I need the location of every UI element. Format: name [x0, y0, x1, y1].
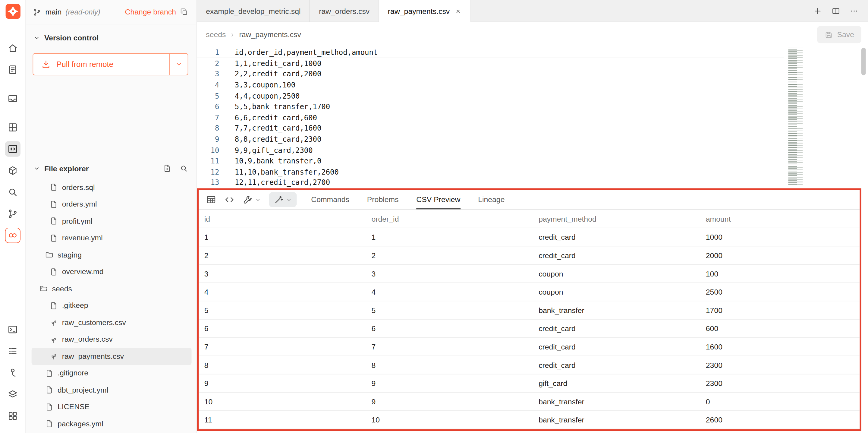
search-icon[interactable] [179, 164, 188, 173]
save-button[interactable]: Save [817, 26, 861, 43]
panel-tabs: CommandsProblemsCSV PreviewLineage [311, 190, 522, 209]
code-editor[interactable]: 1id,order_id,payment_method,amount21,1,c… [197, 47, 784, 189]
code-line[interactable]: 109,9,gift_card,2300 [197, 145, 784, 155]
code-line[interactable]: 1312,11,credit_card,2700 [197, 177, 784, 188]
table-cell: bank_transfer [533, 397, 701, 406]
pull-options-caret[interactable] [169, 54, 188, 75]
table-cell: 9 [366, 379, 533, 387]
pull-from-remote-button[interactable]: Pull from remote [33, 53, 188, 75]
file-icon [45, 369, 54, 377]
code-line[interactable]: 1211,10,bank_transfer,2600 [197, 167, 784, 177]
develop-rail-button[interactable] [5, 141, 21, 156]
editor-tab-example_develop_metric.sql[interactable]: example_develop_metric.sql [197, 0, 310, 22]
table-cell: 2300 [700, 361, 860, 369]
apps-icon [7, 410, 19, 422]
branch-graph-rail-button[interactable] [5, 206, 21, 221]
apps-rail-button[interactable] [5, 408, 21, 424]
file-item-overview.md[interactable]: overview.md [32, 263, 192, 280]
code-line[interactable]: 98,8,credit_card,2300 [197, 134, 784, 145]
file-item-packages.yml[interactable]: packages.yml [32, 415, 192, 432]
split-view-icon[interactable] [832, 7, 840, 16]
file-item-raw_payments.csv[interactable]: raw_payments.csv [32, 348, 192, 365]
git-hook-icon [7, 367, 19, 378]
editor-tab-raw_orders.csv[interactable]: raw_orders.csv [310, 0, 379, 22]
results-table-button[interactable] [206, 195, 216, 205]
editor-tab-raw_payments.csv[interactable]: raw_payments.csv [379, 0, 471, 22]
new-file-icon[interactable] [163, 164, 172, 173]
drawer-icon [7, 93, 19, 104]
code-line[interactable]: 87,7,credit_card,1600 [197, 123, 784, 134]
code-line[interactable]: 21,1,credit_card,1000 [197, 58, 784, 69]
file-label: .gitkeep [62, 301, 88, 310]
file-item-revenue.yml[interactable]: revenue.yml [32, 229, 192, 247]
home-rail-button[interactable] [5, 40, 21, 56]
file-item-dbt_project.yml[interactable]: dbt_project.yml [32, 382, 192, 399]
copy-icon[interactable] [180, 8, 188, 16]
file-explorer-header[interactable]: File explorer [26, 162, 196, 175]
file-item-orders.yml[interactable]: orders.yml [32, 196, 192, 212]
build-button[interactable] [242, 195, 261, 205]
code-icon [224, 195, 235, 205]
file-label: raw_orders.csv [62, 335, 113, 344]
table-cell: 2000 [700, 251, 860, 260]
code-line[interactable]: 76,6,credit_card,600 [197, 112, 784, 123]
file-item-raw_customers.csv[interactable]: raw_customers.csv [32, 314, 192, 331]
table-cell: credit_card [533, 251, 701, 260]
more-icon[interactable] [849, 7, 858, 16]
layers-icon [7, 389, 19, 400]
dbt-logo[interactable] [5, 4, 20, 19]
code-line[interactable]: 32,2,credit_card,2000 [197, 69, 784, 80]
chevron-down-icon [33, 34, 40, 41]
code-line[interactable]: 1110,9,bank_transfer,0 [197, 155, 784, 167]
cube-rail-button[interactable] [5, 163, 21, 178]
line-text: id,order_id,payment_method,amount [235, 48, 378, 56]
catalog-rail-button[interactable] [5, 228, 21, 243]
panel-tab-Problems[interactable]: Problems [367, 190, 399, 209]
breadcrumb-seeds[interactable]: seeds [206, 30, 226, 39]
table-cell: 1000 [700, 233, 860, 241]
file-item-profit.yml[interactable]: profit.yml [32, 212, 192, 229]
file-item-LICENSE[interactable]: LICENSE [32, 399, 192, 415]
file-item-.gitkeep[interactable]: .gitkeep [32, 297, 192, 314]
notebook-rail-button[interactable] [5, 62, 21, 78]
rail-top-icons [5, 40, 21, 243]
notebook-icon [7, 64, 19, 76]
rail-bottom-icons [5, 322, 21, 424]
pull-from-remote-main[interactable]: Pull from remote [33, 54, 169, 75]
code-line[interactable]: 65,5,bank_transfer,1700 [197, 101, 784, 112]
close-icon[interactable] [455, 7, 462, 15]
version-control-header[interactable]: Version control [26, 31, 196, 44]
file-label: dbt_project.yml [58, 386, 108, 395]
git-hook-rail-button[interactable] [5, 365, 21, 380]
panel-tab-Commands[interactable]: Commands [311, 190, 349, 209]
tab-label: raw_orders.csv [319, 7, 370, 16]
code-line[interactable]: 43,3,coupon,100 [197, 80, 784, 90]
layers-rail-button[interactable] [5, 386, 21, 402]
code-line[interactable]: 54,4,coupon,2500 [197, 90, 784, 101]
download-icon [41, 59, 51, 69]
copilot-button[interactable] [269, 192, 297, 207]
panel-tab-Lineage[interactable]: Lineage [478, 190, 504, 209]
plus-icon[interactable] [813, 7, 822, 16]
version-control-title: Version control [44, 33, 99, 42]
grid-rail-button[interactable] [5, 120, 21, 135]
code-line[interactable]: 1id,order_id,payment_method,amount [197, 47, 784, 58]
file-item-raw_orders.csv[interactable]: raw_orders.csv [32, 331, 192, 348]
line-text: 12,11,credit_card,2700 [235, 178, 330, 187]
code-button[interactable] [224, 195, 235, 205]
file-item-seeds[interactable]: seeds [32, 280, 192, 297]
panel-tab-CSV Preview[interactable]: CSV Preview [416, 190, 460, 209]
file-item-orders.sql[interactable]: orders.sql [32, 179, 192, 196]
file-item-.gitignore[interactable]: .gitignore [32, 365, 192, 381]
table-row: 66credit_card600 [198, 320, 860, 338]
query-search-rail-button[interactable] [5, 184, 21, 200]
editor-minimap[interactable] [788, 48, 803, 185]
change-branch-link[interactable]: Change branch [125, 8, 176, 16]
drawer-rail-button[interactable] [5, 91, 21, 106]
file-item-staging[interactable]: staging [32, 247, 192, 263]
editor-scrollbar[interactable] [861, 48, 866, 76]
chevron-down-icon [33, 165, 40, 172]
checklist-rail-button[interactable] [5, 343, 21, 359]
terminal-rail-button[interactable] [5, 322, 21, 337]
table-cell: coupon [533, 269, 701, 278]
